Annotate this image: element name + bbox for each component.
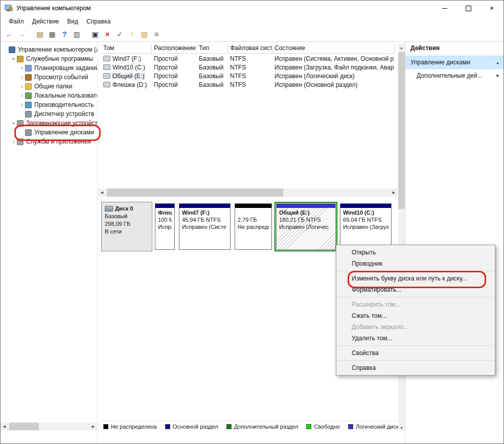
tree-item-system-tools[interactable]: ›Служебные программы [1,54,97,63]
partition-box: 2,79 ГБНе распреде [235,203,272,250]
maximize-button[interactable] [456,1,480,16]
partition-wind7[interactable]: Wind7 (F:)45,94 ГБ NTFSИсправен (Систе [177,202,232,251]
computer-management-window: Управление компьютером × ФайлДействиеВид… [0,0,504,444]
volume-scroll-thumb[interactable] [107,189,283,197]
context-menu-item-open[interactable]: Открыть [336,247,495,258]
tree-scroll-thumb[interactable] [9,423,39,430]
context-menu-item-properties[interactable]: Свойства [336,347,495,359]
legend-item-logical: Логический диск [348,424,399,430]
menubar-item-1[interactable]: Действие [28,16,63,27]
collapse-section-icon[interactable]: ▲ [496,61,499,64]
show-console-tree-button[interactable]: ▤ [34,29,45,40]
show-action-pane-button[interactable]: ▥ [71,29,82,40]
tree-item-task-scheduler[interactable]: ›Планировщик заданий [1,63,97,73]
export-list-button[interactable]: ▦ [47,29,58,40]
chevron-collapsed-icon[interactable]: › [19,63,25,73]
volume-name-cell: Wind10 (C:) [101,64,152,71]
menubar-item-3[interactable]: Справка [82,16,114,27]
column-header-3[interactable]: Файловая система [228,44,272,54]
column-header-0[interactable]: Том [101,44,152,54]
disk-info-box[interactable]: Диск 0 Базовый 298,09 ГБ В сети [101,202,152,251]
chevron-expanded-icon[interactable]: › [9,56,18,62]
partition-box: Флеш100 МИспра [155,203,175,250]
disk-size: 298,09 ГБ [105,220,149,228]
console-window-icon: ▦ [49,30,55,38]
partition-flesh[interactable]: Флеш100 МИспра [153,202,176,251]
context-menu-item-format[interactable]: Форматировать... [336,284,495,295]
help-button[interactable]: ? [59,29,70,40]
mark-partition-active-button[interactable]: ✓ [114,29,125,40]
context-menu-item-help[interactable]: Справка [336,362,495,373]
context-menu-item-change-drive-letter[interactable]: Изменить букву диска или путь к диску... [336,273,495,284]
partition-size: 2,79 ГБ [238,216,269,223]
delete-volume-button[interactable]: × [102,29,113,40]
chevron-collapsed-icon[interactable]: › [19,91,25,100]
partition-wind10[interactable]: Wind10 (C:)69,04 ГБ NTFSИсправен (Загруз [338,202,393,251]
actions-section-disk-management[interactable]: Управление дисками ▲ [405,56,503,69]
open-button[interactable]: ↑ [126,29,138,40]
actions-pane-icon: ▥ [73,30,80,38]
actions-more-actions[interactable]: Дополнительные дей... ▶ [405,69,503,82]
scroll-right-icon[interactable]: ▶ [89,423,97,430]
volume-layout-cell: Простой [152,81,197,88]
vertical-scroll-thumb[interactable] [398,52,405,209]
tree-item-performance[interactable]: ›Производительность [1,100,97,109]
back-button[interactable]: ← [4,29,15,40]
volume-name: Общий (E:) [112,73,144,80]
forward-button[interactable]: → [16,29,27,40]
tree-item-local-users[interactable]: ›Локальные пользовате [1,91,97,100]
forward-icon: → [18,30,25,38]
check-icon: ✓ [117,30,123,38]
scroll-down-icon[interactable]: ▼ [398,424,405,431]
context-menu-item-shrink-volume[interactable]: Сжать том... [336,310,495,321]
tree-item-event-viewer[interactable]: ›Просмотр событий [1,73,97,82]
legend-item-primary: Основной раздел [165,424,218,430]
popout-button[interactable]: ▣ [89,29,101,40]
tree-horizontal-scrollbar[interactable]: ◀ ▶ [1,423,97,430]
minimize-button[interactable] [433,1,456,16]
scroll-left-icon[interactable]: ◀ [1,423,8,430]
performance-icon [25,102,32,108]
tree-item-disk-management[interactable]: ›Управление дисками [1,128,97,137]
context-menu-item-delete-volume[interactable]: Удалить том... [336,333,495,344]
chevron-collapsed-icon[interactable]: › [19,100,25,109]
show-tree-icon: ▤ [36,30,43,38]
chevron-collapsed-icon[interactable]: › [11,137,17,146]
close-button[interactable]: × [480,1,503,16]
chevron-collapsed-icon[interactable]: › [19,73,25,82]
column-header-2[interactable]: Тип [197,44,228,54]
scroll-right-icon[interactable]: ▶ [390,189,398,197]
tree-item-label: Запоминающие устройст [26,119,97,128]
details-view-button[interactable]: ≡ [151,29,162,40]
partition-status: Исправен (Систе [182,223,227,230]
scroll-up-icon[interactable]: ▲ [398,44,405,51]
column-header-4[interactable]: Состояние [272,44,395,54]
help-icon: ? [62,30,67,38]
volume-row-fleshka-d[interactable]: Флешка (D:)ПростойБазовыйNTFSИсправен (О… [101,80,395,89]
chevron-expanded-icon[interactable]: › [9,120,18,126]
explore-button[interactable]: ▨ [139,29,150,40]
legend-label: Свободно [314,424,340,430]
column-header-1[interactable]: Расположение [152,44,197,54]
volume-scroll-track[interactable] [106,189,390,197]
context-menu-item-explorer[interactable]: Проводник [336,258,495,269]
tree-item-computer-management-root[interactable]: ›Управление компьютером (л [1,45,97,54]
scroll-left-icon[interactable]: ◀ [98,189,106,197]
tree-scroll-track[interactable] [8,423,89,430]
tree-item-shared-folders[interactable]: ›Общие папки [1,82,97,91]
partition-obshchiy[interactable]: Общий (E:)180,21 ГБ NTFSИсправен (Логиче… [274,202,337,251]
partition-status: Исправен (Логичес [279,223,333,230]
tree-item-services-apps[interactable]: ›Службы и приложения [1,137,97,146]
partition-body: 2,79 ГБНе распреде [235,208,271,249]
partition-unallocated[interactable]: 2,79 ГБНе распреде [233,202,273,251]
device-manager-icon [25,111,32,118]
volume-row-obshchiy-e[interactable]: Общий (E:)ПростойБазовыйNTFSИсправен (Ло… [101,72,395,80]
tree-item-storage[interactable]: ›Запоминающие устройст [1,119,97,128]
menubar-item-2[interactable]: Вид [63,16,82,27]
chevron-collapsed-icon[interactable]: › [19,82,25,91]
tree-item-device-manager[interactable]: ›Диспетчер устройств [1,109,97,119]
menubar-item-0[interactable]: Файл [5,16,28,27]
volume-row-wind7-f[interactable]: Wind7 (F:)ПростойБазовыйNTFSИсправен (Си… [101,54,395,63]
volume-list-horizontal-scrollbar[interactable]: ◀ ▶ [98,189,398,197]
volume-row-wind10-c[interactable]: Wind10 (C:)ПростойБазовыйNTFSИсправен (З… [101,63,395,72]
